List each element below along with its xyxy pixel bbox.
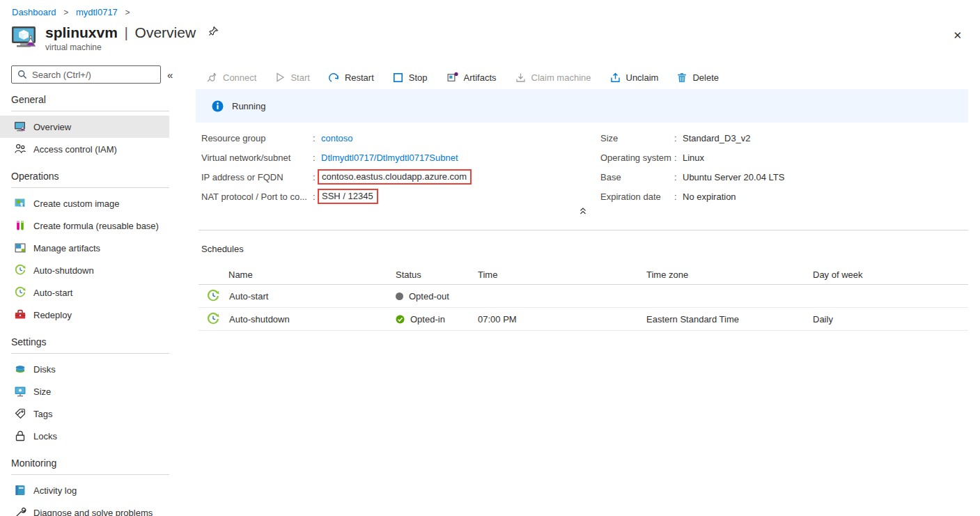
sidebar-item-label: Locks bbox=[33, 431, 57, 441]
wrench-icon bbox=[14, 506, 26, 516]
detail-row-fqdn: IP address or FQDN : contoso.eastus.clou… bbox=[201, 167, 472, 187]
lock-icon bbox=[14, 430, 26, 442]
page-title: splinuxvm | Overview virtual machine bbox=[45, 25, 219, 52]
schedule-timezone: Eastern Standard Time bbox=[646, 314, 813, 325]
command-bar: Connect Start Restart Stop Artifacts Cla… bbox=[206, 69, 719, 86]
vnet-subnet-link[interactable]: Dtlmydtl0717/Dtlmydtl0717Subnet bbox=[321, 153, 458, 163]
sidebar-item-auto-start[interactable]: Auto-start bbox=[0, 281, 169, 304]
sidebar-item-access-control[interactable]: Access control (IAM) bbox=[0, 138, 169, 160]
close-icon[interactable]: ✕ bbox=[953, 29, 962, 42]
opted-in-check-icon bbox=[396, 315, 405, 324]
sidebar-item-tags[interactable]: Tags bbox=[0, 402, 169, 425]
detail-row-nat-port: NAT protocol / Port to co... : SSH / 123… bbox=[201, 187, 472, 206]
column-header-name: Name bbox=[199, 269, 396, 280]
search-icon bbox=[17, 70, 27, 79]
schedules-title: Schedules bbox=[201, 244, 244, 254]
vm-name: splinuxvm bbox=[45, 24, 118, 40]
schedule-dayofweek: Daily bbox=[813, 314, 968, 325]
sidebar-item-overview[interactable]: Overview bbox=[0, 116, 169, 138]
status-bar: Running bbox=[196, 89, 968, 123]
column-header-dayofweek: Day of week bbox=[813, 269, 968, 280]
sidebar-item-activity-log[interactable]: Activity log bbox=[0, 479, 169, 501]
artifacts-icon bbox=[446, 72, 458, 83]
chevron-double-up-icon bbox=[579, 207, 587, 215]
pin-icon[interactable] bbox=[208, 28, 219, 38]
sidebar-item-label: Redeploy bbox=[33, 310, 72, 320]
sidebar-item-label: Diagnose and solve problems bbox=[33, 508, 153, 516]
nat-port-value-highlighted: SSH / 12345 bbox=[318, 189, 378, 204]
schedule-status: Opted-out bbox=[409, 291, 449, 302]
unclaim-button[interactable]: Unclaim bbox=[610, 72, 659, 83]
search-input[interactable] bbox=[32, 70, 155, 80]
section-divider bbox=[199, 230, 968, 230]
info-icon bbox=[212, 100, 224, 112]
custom-image-icon bbox=[14, 197, 26, 210]
detail-label: Base bbox=[600, 172, 674, 182]
sidebar-item-label: Manage artifacts bbox=[33, 243, 100, 253]
vm-overview-icon bbox=[14, 120, 26, 133]
vm-icon bbox=[10, 25, 38, 50]
breadcrumb-separator: > bbox=[125, 8, 130, 17]
play-icon bbox=[275, 72, 285, 82]
section-title-general: General bbox=[11, 84, 169, 111]
page-header: splinuxvm | Overview virtual machine bbox=[10, 25, 219, 52]
toolbar-button-label: Start bbox=[290, 72, 309, 83]
start-button[interactable]: Start bbox=[275, 72, 309, 83]
sidebar-item-disks[interactable]: Disks bbox=[0, 358, 169, 380]
sidebar: « General Overview Access control (IAM) … bbox=[0, 65, 185, 516]
table-row-auto-start[interactable]: Auto-start Opted-out bbox=[199, 285, 968, 308]
section-title-monitoring: Monitoring bbox=[11, 447, 169, 475]
connect-button[interactable]: Connect bbox=[206, 72, 256, 83]
stop-button[interactable]: Stop bbox=[393, 72, 428, 83]
restart-button[interactable]: Restart bbox=[329, 72, 374, 83]
breadcrumb-dashboard-link[interactable]: Dashboard bbox=[12, 7, 56, 17]
toolbar-button-label: Stop bbox=[409, 72, 428, 83]
breadcrumb-lab-link[interactable]: mydtl0717 bbox=[76, 7, 118, 17]
column-header-time: Time bbox=[478, 269, 646, 280]
sidebar-item-redeploy[interactable]: Redeploy bbox=[0, 304, 169, 326]
detail-label: Resource group bbox=[201, 133, 313, 143]
sidebar-item-create-formula[interactable]: Create formula (reusable base) bbox=[0, 214, 169, 237]
sidebar-item-label: Create formula (reusable base) bbox=[33, 221, 159, 231]
vm-overview-page: Dashboard > mydtl0717 > bbox=[0, 0, 980, 516]
size-value: Standard_D3_v2 bbox=[683, 133, 751, 143]
table-row-auto-shutdown[interactable]: Auto-shutdown Opted-in 07:00 PM Eastern … bbox=[199, 308, 968, 331]
section-title-settings: Settings bbox=[11, 326, 169, 354]
collapse-details-button[interactable] bbox=[577, 205, 589, 217]
toolbar-button-label: Claim machine bbox=[531, 72, 591, 83]
detail-label: Operating system bbox=[600, 153, 674, 163]
unclaim-icon bbox=[610, 72, 621, 83]
clock-icon bbox=[206, 289, 220, 303]
delete-button[interactable]: Delete bbox=[677, 72, 719, 83]
title-divider: | bbox=[125, 24, 128, 40]
stop-icon bbox=[393, 72, 403, 83]
sidebar-item-label: Activity log bbox=[33, 485, 77, 496]
sidebar-item-size[interactable]: Size bbox=[0, 380, 169, 402]
clock-icon bbox=[14, 264, 26, 276]
claim-machine-button[interactable]: Claim machine bbox=[515, 72, 591, 83]
sidebar-item-create-custom-image[interactable]: Create custom image bbox=[0, 192, 169, 214]
details-right-column: Size : Standard_D3_v2 Operating system :… bbox=[600, 128, 784, 206]
artifacts-button[interactable]: Artifacts bbox=[446, 72, 497, 83]
access-control-icon bbox=[14, 143, 26, 155]
resource-group-link[interactable]: contoso bbox=[321, 133, 353, 143]
formula-icon bbox=[14, 219, 26, 232]
sidebar-item-label: Tags bbox=[33, 409, 52, 419]
detail-row-vnet-subnet: Virtual network/subnet : Dtlmydtl0717/Dt… bbox=[201, 148, 472, 167]
toolbox-icon bbox=[14, 308, 26, 321]
tag-icon bbox=[14, 407, 26, 420]
sidebar-collapse-icon[interactable]: « bbox=[167, 69, 173, 81]
sidebar-item-auto-shutdown[interactable]: Auto-shutdown bbox=[0, 259, 169, 281]
os-value: Linux bbox=[683, 153, 704, 163]
trash-icon bbox=[677, 72, 687, 83]
opted-out-dot-icon bbox=[396, 292, 403, 300]
fqdn-value-highlighted: contoso.eastus.cloudapp.azure.com bbox=[318, 169, 472, 185]
sidebar-item-locks[interactable]: Locks bbox=[0, 425, 169, 447]
sidebar-item-diagnose[interactable]: Diagnose and solve problems bbox=[0, 501, 169, 516]
sidebar-search[interactable] bbox=[11, 65, 161, 84]
artifacts-manage-icon bbox=[14, 242, 26, 254]
sidebar-item-manage-artifacts[interactable]: Manage artifacts bbox=[0, 237, 169, 259]
sidebar-item-label: Create custom image bbox=[33, 198, 120, 209]
restart-icon bbox=[329, 72, 339, 83]
toolbar-button-label: Unclaim bbox=[626, 72, 659, 83]
